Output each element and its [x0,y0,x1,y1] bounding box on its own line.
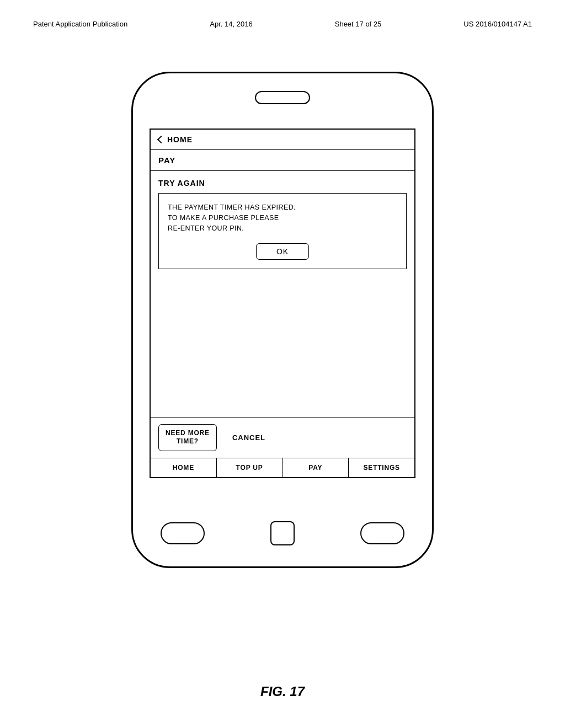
dialog-box: THE PAYMENT TIMER HAS EXPIRED. TO MAKE A… [158,193,407,269]
phone-bottom-buttons [150,521,415,545]
cancel-button[interactable]: CANCEL [226,429,272,446]
figure-caption: FIG. 17 [0,684,565,699]
chevron-left-icon [157,136,165,143]
dialog-line1: THE PAYMENT TIMER HAS EXPIRED. [168,202,397,213]
dialog-line3: RE-ENTER YOUR PIN. [168,223,397,234]
nav-item-settings[interactable]: SETTINGS [349,458,414,477]
action-buttons-row: NEED MORETIME? CANCEL [151,417,414,458]
need-more-time-button[interactable]: NEED MORETIME? [158,424,217,451]
screen-title: PAY [151,150,414,171]
dialog-line2: TO MAKE A PURCHASE PLEASE [168,213,397,223]
nav-item-home[interactable]: HOME [151,458,217,477]
ok-button[interactable]: OK [256,243,309,260]
hw-button-left[interactable] [161,522,205,544]
main-content: TRY AGAIN THE PAYMENT TIMER HAS EXPIRED.… [151,171,414,417]
patent-header: Patent Application Publication Apr. 14, … [0,20,565,28]
patent-sheet: Sheet 17 of 25 [335,20,382,28]
back-button-label: HOME [167,135,193,144]
nav-item-pay[interactable]: PAY [283,458,349,477]
bottom-nav: HOME TOP UP PAY SETTINGS [151,458,414,477]
patent-date: Apr. 14, 2016 [210,20,252,28]
patent-left-text: Patent Application Publication [33,20,127,28]
dialog-message: THE PAYMENT TIMER HAS EXPIRED. TO MAKE A… [168,202,397,233]
patent-number: US 2016/0104147 A1 [463,20,532,28]
nav-item-topup[interactable]: TOP UP [217,458,283,477]
phone-device: HOME PAY TRY AGAIN THE PAYMENT TIMER HAS… [131,72,434,568]
try-again-label: TRY AGAIN [158,179,407,188]
hw-button-home[interactable] [270,521,295,545]
back-button[interactable]: HOME [158,135,193,144]
hw-button-right[interactable] [360,522,404,544]
phone-speaker [255,91,310,104]
nav-bar-top[interactable]: HOME [151,130,414,150]
phone-screen: HOME PAY TRY AGAIN THE PAYMENT TIMER HAS… [150,129,415,478]
